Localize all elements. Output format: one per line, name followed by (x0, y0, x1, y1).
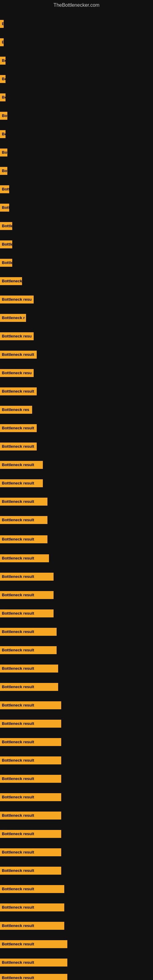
bottleneck-item: Bottleneck result (0, 609, 153, 617)
bottleneck-item: Bot (0, 148, 153, 156)
bottleneck-item: Bottleneck result (0, 628, 153, 636)
bottleneck-label: Bottleneck result (0, 830, 61, 838)
bottleneck-label: Bo (0, 94, 5, 101)
bottleneck-label: B (0, 38, 4, 46)
bottleneck-item: Bottleneck res (0, 406, 153, 414)
bottleneck-item: Bottleneck result (0, 424, 153, 432)
bottleneck-item: Bottleneck result (0, 830, 153, 838)
bottleneck-label: Bottleneck (0, 277, 22, 285)
bottleneck-label: Bot (0, 112, 7, 120)
bottleneck-item: Bottleneck result (0, 940, 153, 948)
bottleneck-label: Bottleneck result (0, 591, 54, 599)
bottleneck-label: Bottleneck result (0, 573, 54, 581)
bottleneck-label: Bottleneck result (0, 683, 58, 691)
bottleneck-item: Bottleneck result (0, 904, 153, 912)
bottleneck-item: Bottleneck result (0, 498, 153, 506)
bottleneck-label: Bottle (0, 222, 12, 230)
bottleneck-item: Bottleneck resu (0, 369, 153, 377)
bottleneck-label: Bottleneck result (0, 811, 61, 819)
bottleneck-label: Bottleneck result (0, 738, 61, 746)
bottleneck-label: Bottleneck result (0, 351, 37, 359)
bottleneck-label: Bott (0, 204, 9, 212)
bottleneck-label: Bottleneck resu (0, 332, 33, 340)
bottleneck-label: Bottleneck result (0, 904, 64, 912)
bottleneck-item: Bottleneck result (0, 811, 153, 819)
bottleneck-label: Bottleneck result (0, 940, 67, 948)
bottleneck-item: Bottleneck resu (0, 332, 153, 340)
bottleneck-label: Bottleneck result (0, 665, 58, 673)
bottleneck-label: Bo (0, 57, 5, 65)
bottleneck-item: Bottleneck result (0, 775, 153, 783)
bottleneck-item: Bo (0, 75, 153, 83)
bottleneck-item: Bottleneck result (0, 573, 153, 581)
bottleneck-item: Bottleneck result (0, 665, 153, 673)
site-title: TheBottlenecker.com (54, 2, 99, 8)
bottleneck-label: Bottleneck resu (0, 296, 33, 304)
bottleneck-item: B (0, 38, 153, 46)
bottleneck-item: Bottleneck result (0, 922, 153, 930)
bottleneck-item: Bottleneck result (0, 885, 153, 893)
bottleneck-label: Bott (0, 185, 9, 193)
bottleneck-label: Bottleneck result (0, 516, 48, 524)
bottleneck-label: Bottleneck r (0, 314, 26, 322)
bottleneck-label: Bottleneck result (0, 775, 61, 783)
bottleneck-label: Bottleneck result (0, 922, 64, 930)
bottleneck-label: Bottleneck result (0, 959, 67, 967)
bottleneck-item: Bottleneck result (0, 646, 153, 654)
bottleneck-label: Bo (0, 75, 5, 83)
bottleneck-item: Bottleneck result (0, 442, 153, 450)
bottleneck-item: B (0, 20, 153, 28)
bottleneck-label: Bottleneck result (0, 442, 37, 450)
bottleneck-label: Bottleneck result (0, 701, 61, 709)
bottleneck-item: Bo (0, 130, 153, 138)
bottleneck-label: Bottleneck result (0, 479, 43, 487)
bottleneck-item: Bott (0, 204, 153, 212)
bottleneck-item: Bottleneck result (0, 351, 153, 359)
bottleneck-label: Bottleneck result (0, 720, 61, 728)
bottleneck-item: Bottleneck result (0, 848, 153, 856)
bottleneck-label: Bottleneck result (0, 424, 37, 432)
bottleneck-item: Bottleneck result (0, 793, 153, 801)
bottleneck-item: Bottleneck result (0, 974, 153, 980)
bottleneck-label: Bottleneck result (0, 885, 64, 893)
bottleneck-item: Bo (0, 57, 153, 65)
bottleneck-label: Bottleneck result (0, 646, 57, 654)
bottleneck-item: Bottleneck result (0, 738, 153, 746)
bottleneck-label: Bottle (0, 240, 12, 248)
bottleneck-label: B (0, 20, 4, 28)
bottleneck-label: Bottleneck result (0, 974, 67, 980)
bottleneck-item: Bottleneck result (0, 535, 153, 543)
bottleneck-item: Bottleneck result (0, 701, 153, 709)
bottleneck-item: Bottleneck result (0, 959, 153, 967)
bottleneck-label: Bottleneck result (0, 756, 61, 764)
bottleneck-label: Bottleneck result (0, 535, 48, 543)
bottleneck-label: Bottleneck result (0, 793, 61, 801)
bottleneck-label: Bottleneck result (0, 867, 61, 875)
bottleneck-label: Bot (0, 167, 7, 175)
bottleneck-label: Bottleneck resu (0, 369, 33, 377)
bottleneck-item: Bottleneck result (0, 479, 153, 487)
bottleneck-item: Bottleneck r (0, 314, 153, 322)
bottleneck-label: Bot (0, 148, 7, 156)
bottleneck-item: Bottleneck result (0, 387, 153, 395)
bottleneck-label: Bottleneck result (0, 461, 43, 469)
bottleneck-item: Bottle (0, 222, 153, 230)
bottleneck-item: Bottleneck result (0, 720, 153, 728)
bottleneck-item: Bottle (0, 240, 153, 248)
bottleneck-label: Bottleneck result (0, 609, 54, 617)
bottleneck-item: Bottleneck resu (0, 296, 153, 304)
bottleneck-item: Bottleneck (0, 277, 153, 285)
bottleneck-item: Bottleneck result (0, 683, 153, 691)
bottleneck-label: Bottleneck result (0, 848, 61, 856)
bottleneck-label: Bo (0, 130, 5, 138)
bottleneck-item: Bottleneck result (0, 461, 153, 469)
bottleneck-item: Bot (0, 167, 153, 175)
bottleneck-label: Bottle (0, 259, 12, 267)
bottleneck-item: Bottleneck result (0, 756, 153, 764)
bottleneck-label: Bottleneck result (0, 554, 49, 562)
bottleneck-label: Bottleneck result (0, 628, 57, 636)
bottleneck-item: Bottleneck result (0, 554, 153, 562)
bottleneck-item: Bot (0, 112, 153, 120)
bottleneck-label: Bottleneck result (0, 387, 37, 395)
bottleneck-item: Bottleneck result (0, 591, 153, 599)
